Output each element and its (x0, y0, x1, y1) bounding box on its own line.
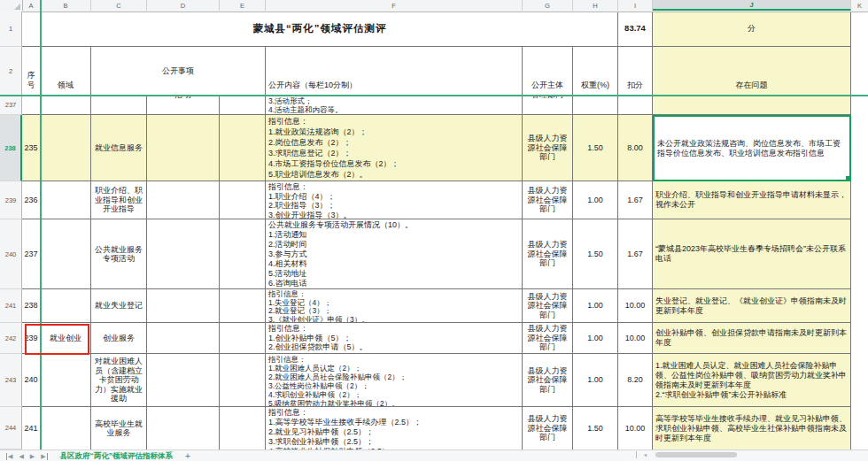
total-score-cell[interactable]: 83.74 (618, 12, 653, 47)
cell-d[interactable] (147, 407, 220, 449)
cell-deduction[interactable]: 10.00 (618, 289, 653, 323)
cell-subject[interactable]: 县级人力资源社会保障部门 (523, 289, 573, 323)
cell-item[interactable]: 对就业困难人员（含建档立卡贫困劳动力）实施就业援助 (91, 354, 147, 407)
row-header-241[interactable]: 241 (0, 289, 22, 323)
cell-serial[interactable]: 238 (22, 289, 41, 323)
cell-problem[interactable]: 职业介绍、职业指导和创业开业指导申请材料未显示，视作未公开 (653, 181, 851, 219)
cell-deduction[interactable]: 10.00 (618, 323, 653, 354)
active-sheet-tab[interactable]: 县区政府“两化”领域评估指标体系 (60, 451, 174, 461)
cell-content[interactable]: 指引信息： 1.创业补贴申领（5）； 2.创业担保贷款申请（5）。 (266, 323, 523, 354)
cell-weight[interactable]: 1.00 (573, 323, 618, 354)
col-header-k[interactable]: K (851, 0, 868, 11)
cell-item[interactable]: 职业介绍、职业指导和创业开业指导 (91, 181, 147, 219)
cell-subject[interactable]: 县级人力资源社会保障部门 (523, 354, 573, 407)
cell-content[interactable]: 指引信息： 1.就业政策法规咨询（2）； 2.岗位信息发布（2）； 3.求职信息… (266, 115, 523, 181)
cell-serial[interactable]: 240 (22, 354, 41, 407)
cell-subject[interactable]: 县级人力资源社会保障部门 (523, 115, 573, 181)
row-header-240[interactable]: 240 (0, 219, 22, 289)
add-sheet-button[interactable]: + (185, 451, 190, 461)
cell-d237-clipped[interactable]: 活动 (147, 96, 220, 115)
cell-domain[interactable] (41, 219, 91, 289)
cell-subject[interactable]: 县级人力资源社会保障部门 (523, 407, 573, 449)
cell-e237[interactable] (220, 96, 266, 115)
score-unit-cell[interactable]: 分 (653, 12, 851, 47)
cell-d[interactable] (147, 289, 220, 323)
cell-subject[interactable]: 县级人力资源社会保障部门 (523, 219, 573, 289)
cell-d[interactable] (147, 354, 220, 407)
cell-weight[interactable]: 1.00 (573, 354, 618, 407)
cell-deduction[interactable]: 1.67 (618, 219, 653, 289)
col-header-j-selected[interactable]: J (653, 0, 851, 11)
cell-problem[interactable]: 创业补贴申领、创业担保贷款申请指南未及时更新到本年度 (653, 323, 851, 354)
cell-domain[interactable] (41, 181, 91, 219)
header-serial[interactable]: 序 号 (22, 47, 41, 96)
cell-domain[interactable] (41, 407, 91, 449)
cell-j237[interactable] (653, 96, 851, 115)
cell-weight[interactable]: 1.50 (573, 115, 618, 181)
row-header-243[interactable]: 243 (0, 354, 22, 407)
cell-item[interactable]: 就业信息服务 (91, 115, 147, 181)
row-header-239[interactable]: 239 (0, 181, 22, 219)
horizontal-scrollbar-thumb[interactable] (655, 452, 737, 457)
nav-first-sheet-icon[interactable]: ◀ (6, 453, 12, 460)
select-all-corner[interactable] (0, 0, 23, 11)
header-weight[interactable]: 权重(%) (573, 47, 618, 96)
col-header-f[interactable]: F (266, 0, 523, 11)
cell-content[interactable]: 公共就业服务专项活动开展情况（10）。 1.活动通知 2.活动时间 3.参与方式… (266, 219, 523, 289)
col-header-g[interactable]: G (523, 0, 573, 11)
cell-subject[interactable]: 县级人力资源社会保障部门 (523, 181, 573, 219)
cell-g237-clipped[interactable]: 管理部门 (523, 96, 573, 115)
cell-weight[interactable]: 1.50 (573, 407, 618, 449)
cell-weight[interactable]: 1.00 (573, 289, 618, 323)
cell-serial[interactable]: 236 (22, 181, 41, 219)
cell-item[interactable]: 高校毕业生就业服务 (91, 407, 147, 449)
sheet-title-cell[interactable]: 蒙城县“两化”领域评估测评 (22, 12, 618, 47)
cell-deduction[interactable]: 8.20 (618, 354, 653, 407)
cell-content[interactable]: 指引信息： 1.高等学校等毕业生接收手续办理（2.5）； 2.就业见习补贴申领（… (266, 407, 523, 449)
cell-domain[interactable] (41, 354, 91, 407)
nav-next-sheet-icon[interactable]: ▶ (30, 453, 35, 460)
col-header-i[interactable]: I (618, 0, 653, 11)
cell-h237[interactable] (573, 96, 618, 115)
row-header-244[interactable]: 244 (0, 407, 22, 449)
cell-d[interactable] (147, 219, 220, 289)
cell-e[interactable] (220, 289, 266, 323)
cell-d[interactable] (147, 323, 220, 354)
cell-domain[interactable] (41, 115, 91, 181)
cell-problem[interactable]: “蒙城县2023年高校毕业生春季专场招聘会”未公开联系电话 (653, 219, 851, 289)
nav-last-sheet-icon[interactable]: ▶ (41, 453, 47, 460)
col-header-h[interactable]: H (573, 0, 618, 11)
cell-problem[interactable]: 失业登记、就业登记、《就业创业证》申领指南未及时更新到本年度 (653, 289, 851, 323)
cell-deduction[interactable]: 1.67 (618, 181, 653, 219)
cell-content[interactable]: 指引信息： 1.职业介绍（4）； 2.职业指导（3）； 3.创业开业指导（3）。 (266, 181, 523, 219)
col-header-d[interactable]: D (147, 0, 220, 11)
row-header-242[interactable]: 242 (0, 323, 22, 354)
cell-b237[interactable] (41, 96, 91, 115)
cell-item[interactable]: 创业服务 (91, 323, 147, 354)
cell-serial[interactable]: 241 (22, 407, 41, 449)
row-header-1[interactable]: 1 (0, 12, 22, 47)
cell-serial[interactable]: 235 (22, 115, 41, 181)
cell-c237[interactable] (91, 96, 147, 115)
header-content[interactable]: 公开内容（每栏10分制） (266, 47, 523, 96)
header-deduction[interactable]: 扣分 (618, 47, 653, 96)
cell-serial[interactable]: 237 (22, 219, 41, 289)
cell-problem-selected[interactable]: 未公开就业政策法规咨询、岗位信息发布、市场工资指导价位信息发布、职业培训信息发布… (653, 115, 851, 181)
col-header-c[interactable]: C (91, 0, 147, 11)
row-header-237[interactable]: 237 (0, 96, 22, 115)
row-header-2[interactable]: 2 (0, 47, 22, 96)
cell-f237-content[interactable]: 3.活动形式； 4.活动主题和内容等。 (266, 96, 523, 115)
cell-problem[interactable]: 1.就业困难人员认定、就业困难人员社会保险补贴申领、公益性岗位补贴申领、吸纳贫困… (653, 354, 851, 407)
cell-i237[interactable] (618, 96, 653, 115)
col-header-a[interactable]: A (22, 0, 41, 11)
cell-e[interactable] (220, 181, 266, 219)
header-domain[interactable]: 领域 (41, 47, 91, 96)
cell-d[interactable] (147, 181, 220, 219)
cell-weight[interactable]: 1.00 (573, 181, 618, 219)
cell-weight[interactable]: 1.50 (573, 219, 618, 289)
col-header-e[interactable]: E (220, 0, 266, 11)
cell-item[interactable]: 就业失业登记 (91, 289, 147, 323)
col-header-b[interactable]: B (41, 0, 91, 11)
cell-d[interactable] (147, 115, 220, 181)
scrollbar-left-arrow-icon[interactable]: ◂ (644, 451, 647, 457)
